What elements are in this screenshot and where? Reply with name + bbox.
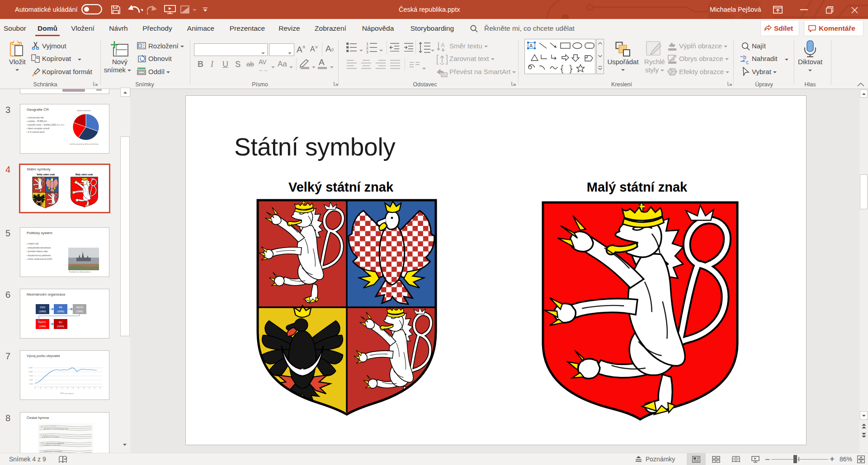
svg-text:9 500: 9 500	[29, 375, 33, 377]
svg-text:(1993): (1993)	[39, 310, 46, 313]
svg-text:voda hučí po lučinách: voda hučí po lučinách	[42, 436, 59, 438]
svg-text:(2004): (2004)	[57, 325, 64, 328]
svg-text:10 500: 10 500	[28, 367, 33, 369]
svg-text:A: A	[529, 43, 533, 48]
svg-text:počet obyvatel: počet obyvatel	[65, 393, 74, 395]
svg-text:v sadě skví se jara květ: v sadě skví se jara květ	[43, 444, 61, 446]
svg-text:9 000: 9 000	[29, 379, 33, 381]
svg-text:8 500: 8 500	[29, 383, 33, 385]
svg-text:A: A	[441, 42, 445, 48]
svg-text:EU: EU	[59, 321, 62, 324]
svg-text:(1999): (1999)	[39, 325, 46, 328]
svg-text:(1995): (1995)	[76, 310, 83, 313]
svg-text:10 000: 10 000	[28, 371, 33, 373]
svg-text:3: 3	[366, 50, 368, 53]
svg-text:OSN: OSN	[40, 306, 45, 309]
svg-text:(1993): (1993)	[57, 310, 64, 313]
svg-text:RE: RE	[59, 306, 62, 309]
svg-text:c: c	[746, 59, 749, 65]
svg-text:OECD: OECD	[76, 306, 83, 309]
